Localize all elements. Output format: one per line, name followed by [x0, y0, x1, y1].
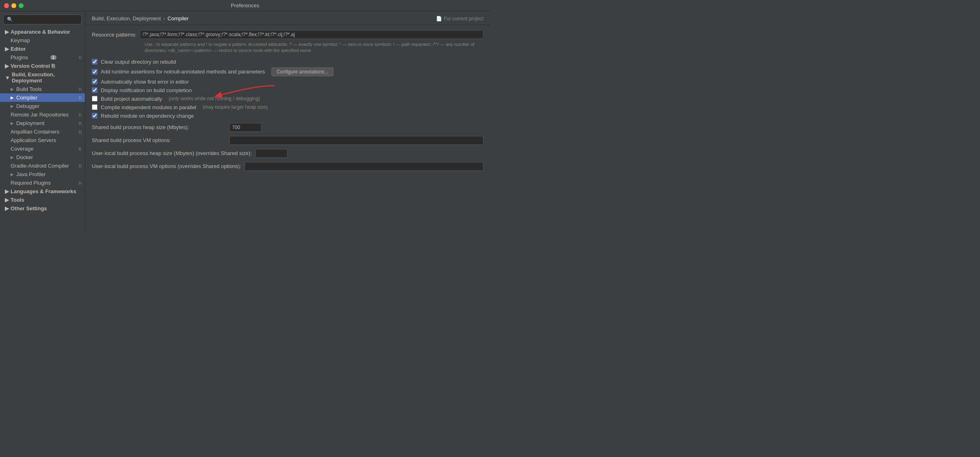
build-automatically-label: Build project automatically [101, 96, 162, 102]
chevron-right-icon: ▶ [5, 63, 9, 69]
search-icon: 🔍 [7, 17, 13, 22]
sidebar-item-languages-frameworks[interactable]: ▶ Languages & Frameworks [0, 187, 85, 196]
copy-icon: ⎘ [79, 95, 82, 100]
breadcrumb: Build, Execution, Deployment › Compiler … [85, 11, 490, 25]
sidebar-item-label: Languages & Frameworks [11, 188, 76, 194]
rebuild-dependency-checkbox[interactable] [92, 113, 98, 119]
chevron-right-icon: ▶ [11, 95, 15, 100]
shared-heap-input[interactable] [229, 123, 262, 132]
copy-icon: ⎘ [79, 164, 82, 168]
sidebar-item-build-execution-deployment[interactable]: ▼ Build, Execution, Deployment [0, 70, 85, 85]
resource-patterns-label: Resource patterns: [92, 32, 137, 38]
sidebar-item-label: Compiler [16, 95, 37, 101]
build-automatically-checkbox[interactable] [92, 96, 98, 101]
breadcrumb-project[interactable]: 📄 For current project [436, 16, 483, 22]
sidebar-item-required-plugins[interactable]: Required Plugins ⎘ [0, 179, 85, 187]
sidebar-item-docker[interactable]: ▶ Docker [0, 153, 85, 162]
window-title: Preferences [231, 2, 259, 9]
sidebar-item-plugins[interactable]: Plugins 1 ⎘ [0, 53, 85, 62]
sidebar-item-compiler[interactable]: ▶ Compiler ⎘ [0, 93, 85, 102]
close-button[interactable] [4, 3, 9, 8]
chevron-right-icon: ▶ [11, 155, 15, 160]
display-notification-checkbox[interactable] [92, 87, 98, 93]
sidebar-item-label: Other Settings [11, 205, 47, 211]
chevron-right-icon: ▶ [5, 205, 9, 211]
search-box[interactable]: 🔍 [3, 15, 82, 24]
runtime-assertions-checkbox[interactable] [92, 69, 98, 75]
build-automatically-note: (only works while not running / debuggin… [169, 96, 260, 101]
title-bar: Preferences [0, 0, 490, 11]
compile-parallel-checkbox[interactable] [92, 104, 98, 110]
sidebar-item-gradle-android[interactable]: Gradle-Android Compiler ⎘ [0, 162, 85, 170]
chevron-right-icon: ▶ [5, 188, 9, 194]
preferences-window: Preferences 🔍 ▶ Appearance & Behavior Ke… [0, 0, 490, 228]
sidebar-item-coverage[interactable]: Coverage ⎘ [0, 144, 85, 153]
sidebar-item-other-settings[interactable]: ▶ Other Settings [0, 204, 85, 213]
chevron-right-icon: ▶ [5, 29, 9, 35]
shared-vm-input[interactable] [229, 136, 483, 145]
sidebar-item-label: Remote Jar Repositories [11, 112, 69, 118]
resource-patterns-input[interactable] [140, 30, 483, 39]
sidebar-item-label: Build Tools [16, 86, 42, 92]
sidebar: 🔍 ▶ Appearance & Behavior Keymap ▶ Edito… [0, 11, 85, 228]
sidebar-item-label: Tools [11, 197, 24, 203]
sidebar-item-label: Required Plugins [11, 180, 51, 186]
user-vm-input[interactable] [245, 162, 483, 171]
compile-parallel-note: (may require larger heap size) [203, 104, 268, 110]
sidebar-item-tools[interactable]: ▶ Tools [0, 196, 85, 204]
clear-output-label: Clear output directory on rebuild [101, 59, 176, 65]
settings-inner: Resource patterns: Use ; to separate pat… [92, 30, 483, 171]
sidebar-item-label: Gradle-Android Compiler [11, 163, 69, 169]
minimize-button[interactable] [11, 3, 16, 8]
field-row-user-heap: User-local build process heap size (Mbyt… [92, 149, 483, 158]
clear-output-checkbox[interactable] [92, 59, 98, 65]
checkbox-row-build-auto: Build project automatically (only works … [92, 96, 483, 102]
chevron-right-icon: ▶ [5, 46, 9, 52]
search-input[interactable] [15, 17, 78, 22]
resource-hint: Use ; to separate patterns and ! to nega… [92, 41, 483, 54]
chevron-right-icon: ▶ [11, 104, 15, 108]
copy-icon: ⎘ [79, 121, 82, 126]
sidebar-item-label: Appearance & Behavior [11, 29, 70, 35]
sidebar-item-debugger[interactable]: ▶ Debugger [0, 102, 85, 110]
breadcrumb-separator: › [163, 15, 165, 22]
checkbox-row-compile-parallel: Compile independent modules in parallel … [92, 104, 483, 110]
copy-icon: ⎘ [79, 55, 82, 60]
sidebar-item-remote-jar[interactable]: Remote Jar Repositories ⎘ [0, 110, 85, 119]
sidebar-item-label: Plugins [11, 54, 28, 60]
project-label: For current project [444, 16, 483, 22]
configure-annotations-button[interactable]: Configure annotations... [271, 67, 334, 76]
chevron-right-icon: ▶ [11, 121, 15, 125]
chevron-right-icon: ▶ [5, 197, 9, 203]
sidebar-item-version-control[interactable]: ▶ Version Control ⎘ [0, 62, 85, 70]
checkbox-row-auto-show-error: Automatically show first error in editor [92, 79, 483, 85]
settings-content: Resource patterns: Use ; to separate pat… [85, 25, 490, 228]
sidebar-item-appearance-behavior[interactable]: ▶ Appearance & Behavior [0, 28, 85, 36]
sidebar-item-editor[interactable]: ▶ Editor [0, 45, 85, 53]
checkbox-row-runtime-assertions: Add runtime assertions for notnull-annot… [92, 67, 483, 76]
sidebar-item-deployment[interactable]: ▶ Deployment ⎘ [0, 119, 85, 127]
chevron-down-icon: ▼ [5, 75, 10, 81]
maximize-button[interactable] [19, 3, 24, 8]
breadcrumb-parent[interactable]: Build, Execution, Deployment [92, 15, 161, 22]
sidebar-item-label: Docker [16, 154, 33, 160]
display-notification-label: Display notification on build completion [101, 87, 192, 93]
sidebar-item-label: Deployment [16, 120, 44, 126]
field-row-shared-vm: Shared build process VM options: [92, 136, 483, 145]
user-heap-input[interactable] [255, 149, 288, 158]
chevron-right-icon: ▶ [11, 172, 15, 177]
sidebar-item-arquillian[interactable]: Arquillian Containers ⎘ [0, 127, 85, 136]
sidebar-item-keymap[interactable]: Keymap [0, 36, 85, 45]
shared-vm-label: Shared build process VM options: [92, 137, 226, 143]
sidebar-item-label: Keymap [11, 37, 30, 43]
field-row-user-vm: User-local build process VM options (ove… [92, 162, 483, 171]
sidebar-item-build-tools[interactable]: ▶ Build Tools ⎘ [0, 85, 85, 93]
user-heap-label: User-local build process heap size (Mbyt… [92, 150, 252, 156]
sidebar-item-java-profiler[interactable]: ▶ Java Profiler [0, 170, 85, 179]
shared-heap-label: Shared build process heap size (Mbytes): [92, 124, 226, 130]
sidebar-item-label: Java Profiler [16, 171, 46, 177]
window-controls [4, 3, 24, 8]
auto-show-error-checkbox[interactable] [92, 79, 98, 84]
sidebar-item-application-servers[interactable]: Application Servers [0, 136, 85, 144]
copy-icon: ⎘ [79, 147, 82, 151]
